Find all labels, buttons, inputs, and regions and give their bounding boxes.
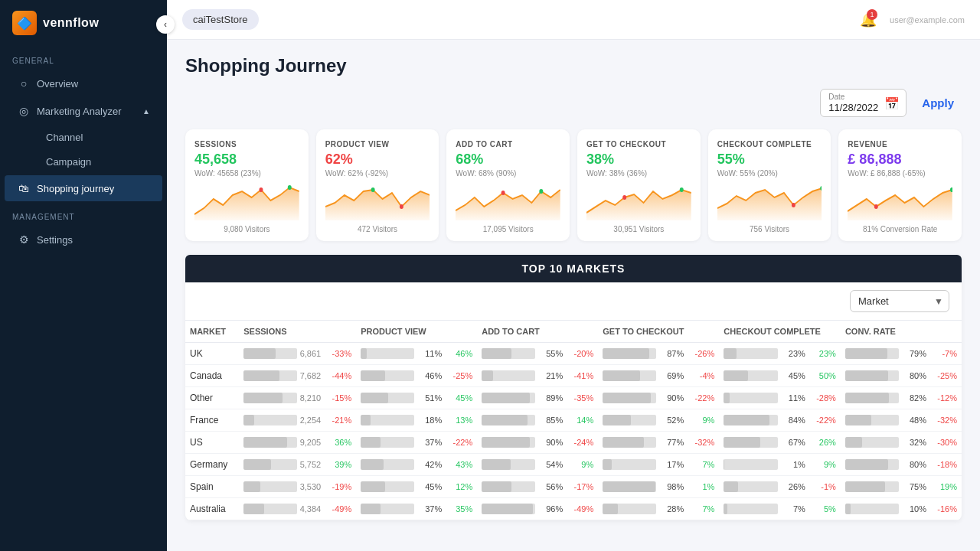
svg-point-6 (680, 187, 684, 192)
metric-value: 45,658 (194, 152, 299, 168)
svg-point-5 (501, 191, 505, 195)
table-cell: 37% -22% (356, 432, 477, 454)
table-cell: 7% 5% (719, 498, 841, 520)
gear-icon: ⚙ (17, 233, 31, 246)
market-select[interactable]: Market Country Region (850, 290, 949, 312)
calendar-icon: 📅 (884, 96, 900, 110)
metric-chart (586, 184, 691, 220)
page-title: Shopping Journey (185, 55, 962, 77)
table-cell: 80% -18% (841, 454, 962, 476)
sessions-cell: 5,752 39% (239, 454, 356, 476)
sessions-cell: 8,210 -15% (239, 387, 356, 409)
table-cell: 77% -32% (598, 432, 719, 454)
table-cell: 90% -24% (477, 432, 598, 454)
table-cell: 17% 7% (598, 454, 719, 476)
table-cell: 1% 9% (719, 454, 841, 476)
sidebar-item-campaign[interactable]: Campaign (37, 150, 162, 174)
metric-wow: WoW: 38% (36%) (586, 169, 691, 178)
sessions-cell: 9,205 36% (239, 432, 356, 454)
metric-title: ADD TO CART (456, 140, 560, 148)
notification-badge: 1 (867, 9, 877, 20)
apply-button[interactable]: Apply (914, 92, 962, 114)
sidebar-item-marketing-analyzer[interactable]: ◎ Marketing Analyzer ▲ (5, 98, 162, 124)
sidebar-item-channel[interactable]: Channel (37, 126, 162, 149)
metric-visitors: 9,080 Visitors (194, 225, 299, 233)
sessions-cell: 2,254 -21% (239, 409, 356, 432)
svg-point-9 (792, 203, 795, 207)
metric-value: £ 86,888 (848, 152, 952, 168)
shopping-bag-icon: 🛍 (17, 182, 31, 194)
sidebar-item-settings[interactable]: ⚙ Settings (5, 227, 162, 253)
table-row: Spain 3,530 -19% 45% 12% 56% -17% (185, 476, 962, 498)
table-cell: 98% 1% (598, 476, 719, 498)
metric-card-sessions: SESSIONS 45,658 WoW: 45658 (23%) (185, 129, 309, 241)
metric-title: CHECKOUT COMPLETE (717, 140, 822, 148)
metric-visitors: 81% Conversion Rate (848, 225, 952, 233)
metric-visitors: 17,095 Visitors (456, 225, 560, 233)
metric-card-checkout-complete: CHECKOUT COMPLETE 55% WoW: 55% (20%) (708, 129, 831, 241)
table-cell: 89% -35% (477, 387, 598, 409)
col-market: MARKET (185, 321, 239, 343)
store-tab[interactable]: caiTestStore (182, 9, 259, 30)
table-row: Germany 5,752 39% 42% 43% 54% 9% (185, 454, 962, 476)
metric-value: 62% (325, 152, 430, 168)
table-row: Australia 4,384 -49% 37% 35% 96% -49% (185, 498, 962, 520)
sidebar-item-overview[interactable]: ○ Overview (5, 70, 162, 96)
sidebar-item-label: Campaign (46, 156, 91, 168)
table-cell: 69% -4% (598, 365, 719, 387)
metric-value: 38% (586, 152, 691, 168)
table-cell: 10% -16% (841, 498, 962, 520)
marketing-sub-menu: Channel Campaign (0, 125, 167, 174)
table-cell: 80% -25% (841, 365, 962, 387)
table-cell: 32% -30% (841, 432, 962, 454)
user-email: user@example.com (890, 15, 965, 24)
table-row: Other 8,210 -15% 51% 45% 89% -35% (185, 387, 962, 409)
markets-header: TOP 10 MARKETS (185, 255, 962, 282)
date-input[interactable]: Date 11/28/2022 📅 (820, 89, 906, 117)
page-content: Shopping Journey Date 11/28/2022 📅 Apply… (167, 40, 980, 551)
table-cell: 45% 50% (719, 365, 841, 387)
svg-point-0 (288, 185, 292, 190)
metric-wow: WoW: 62% (-92%) (325, 169, 430, 178)
svg-point-7 (622, 195, 626, 200)
market-name: Canada (185, 365, 239, 387)
table-row: France 2,254 -21% 18% 13% 85% 14% (185, 409, 962, 432)
market-select-wrap: Market Country Region ▼ (850, 290, 949, 312)
table-cell: 28% 7% (598, 498, 719, 520)
table-cell: 79% -7% (841, 343, 962, 365)
sidebar-item-shopping-journey[interactable]: 🛍 Shopping journey (5, 175, 162, 201)
date-filter-row: Date 11/28/2022 📅 Apply (185, 89, 962, 117)
metric-card-add-to-cart: ADD TO CART 68% WoW: 68% (90%) (446, 129, 570, 241)
table-cell: 48% -32% (841, 409, 962, 432)
table-cell: 45% 12% (356, 476, 477, 498)
markets-section: TOP 10 MARKETS Market Country Region ▼ M… (185, 255, 962, 520)
table-cell: 54% 9% (477, 454, 598, 476)
col-checkout-complete: CHECKOUT COMPLETE (719, 321, 841, 343)
sidebar: 🔷 vennflow GENERAL ○ Overview ◎ Marketin… (0, 0, 167, 551)
logo-icon: 🔷 (12, 11, 37, 35)
metric-visitors: 30,951 Visitors (586, 225, 691, 233)
table-cell: 84% -22% (719, 409, 841, 432)
table-row: UK 6,861 -33% 11% 46% 55% -20% (185, 343, 962, 365)
metric-card-get-to-checkout: GET TO CHECKOUT 38% WoW: 38% (36%) (577, 129, 701, 241)
table-cell: 11% 46% (356, 343, 477, 365)
table-cell: 75% 19% (841, 476, 962, 498)
table-cell: 51% 45% (356, 387, 477, 409)
table-cell: 37% 35% (356, 498, 477, 520)
metric-chart (194, 184, 299, 220)
overview-icon: ○ (17, 77, 31, 90)
metric-value: 68% (456, 152, 560, 168)
sidebar-item-label: Marketing Analyzer (37, 106, 136, 117)
table-cell: 18% 13% (356, 409, 477, 432)
table-cell: 67% 26% (719, 432, 841, 454)
market-name: Germany (185, 454, 239, 476)
table-cell: 21% -41% (477, 365, 598, 387)
metric-card-revenue: REVENUE £ 86,888 WoW: £ 86,888 (-65%) (838, 129, 962, 241)
sessions-cell: 7,682 -44% (239, 365, 356, 387)
metric-wow: WoW: £ 86,888 (-65%) (848, 169, 952, 178)
sidebar-collapse-button[interactable]: ‹ (156, 15, 175, 34)
management-section-label: MANAGEMENT (0, 202, 167, 226)
notification-bell[interactable]: 🔔 1 (856, 8, 880, 32)
svg-point-4 (540, 189, 544, 194)
market-name: France (185, 409, 239, 432)
